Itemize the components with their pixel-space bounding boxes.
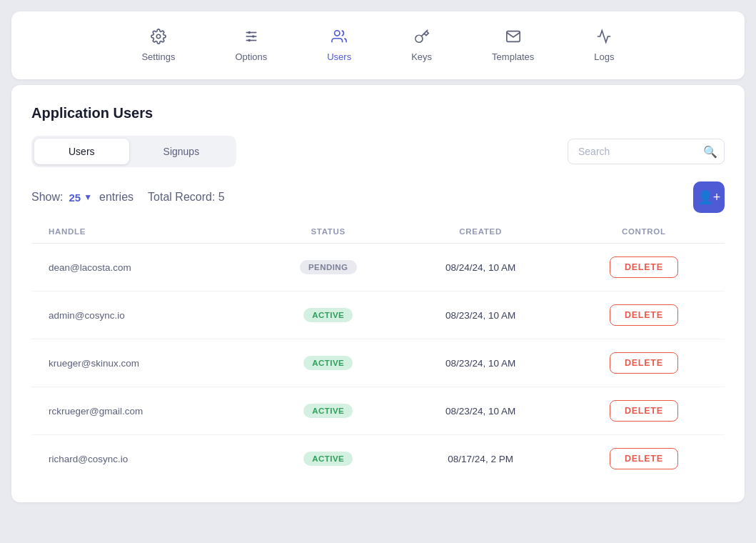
top-nav: SettingsOptionsUsersKeysTemplatesLogs <box>11 11 745 79</box>
user-created: 08/24/24, 10 AM <box>398 244 563 292</box>
user-control: DELETE <box>563 435 725 483</box>
col-header-status: STATUS <box>258 221 398 244</box>
logs-icon <box>596 29 612 47</box>
users-icon <box>331 29 347 47</box>
nav-label-keys: Keys <box>411 51 432 62</box>
table-body: dean@lacosta.comPENDING08/24/24, 10 AMDE… <box>31 244 725 483</box>
user-handle: rckrueger@gmail.com <box>31 387 258 435</box>
col-header-control: CONTROL <box>563 221 725 244</box>
user-handle: admin@cosync.io <box>31 292 258 339</box>
add-user-icon: 👤+ <box>697 189 721 205</box>
user-control: DELETE <box>563 292 725 339</box>
user-handle: richard@cosync.io <box>31 435 258 483</box>
users-table: HANDLESTATUSCREATEDCONTROL dean@lacosta.… <box>31 221 725 482</box>
user-created: 08/23/24, 10 AM <box>398 292 563 339</box>
svg-point-7 <box>335 31 340 36</box>
options-icon <box>243 29 259 47</box>
page-title: Application Users <box>31 105 725 121</box>
table-row: richard@cosync.ioACTIVE08/17/24, 2 PMDEL… <box>31 435 725 483</box>
nav-label-templates: Templates <box>492 51 534 62</box>
table-row: dean@lacosta.comPENDING08/24/24, 10 AMDE… <box>31 244 725 292</box>
nav-item-logs[interactable]: Logs <box>585 23 623 68</box>
col-header-created: CREATED <box>398 221 563 244</box>
svg-point-4 <box>248 31 251 34</box>
status-badge: ACTIVE <box>303 404 353 418</box>
user-control: DELETE <box>563 387 725 435</box>
search-input[interactable] <box>568 139 725 164</box>
search-wrapper: 🔍 <box>568 139 725 164</box>
user-status: ACTIVE <box>258 339 398 387</box>
user-status: ACTIVE <box>258 292 398 339</box>
user-created: 08/23/24, 10 AM <box>398 339 563 387</box>
user-created: 08/17/24, 2 PM <box>398 435 563 483</box>
table-header-row: HANDLESTATUSCREATEDCONTROL <box>31 221 725 244</box>
show-dropdown-chevron[interactable]: ▼ <box>84 192 92 202</box>
keys-icon <box>414 29 430 47</box>
nav-label-settings: Settings <box>141 51 175 62</box>
tabs-search-row: UsersSignups 🔍 <box>31 136 725 167</box>
nav-item-templates[interactable]: Templates <box>483 23 543 68</box>
nav-label-users: Users <box>327 51 351 62</box>
status-badge: PENDING <box>300 260 357 274</box>
user-handle: krueger@skinux.com <box>31 339 258 387</box>
tab-signups[interactable]: Signups <box>129 139 234 164</box>
show-label: Show: <box>31 191 63 204</box>
svg-point-0 <box>156 34 161 39</box>
delete-button[interactable]: DELETE <box>610 352 678 374</box>
table-header: HANDLESTATUSCREATEDCONTROL <box>31 221 725 244</box>
total-record: Total Record: 5 <box>148 191 225 204</box>
user-status: ACTIVE <box>258 435 398 483</box>
table-row: admin@cosync.ioACTIVE08/23/24, 10 AMDELE… <box>31 292 725 339</box>
status-badge: ACTIVE <box>303 452 353 466</box>
user-handle: dean@lacosta.com <box>31 244 258 292</box>
user-control: DELETE <box>563 244 725 292</box>
user-status: ACTIVE <box>258 387 398 435</box>
main-card: Application Users UsersSignups 🔍 Show: 2… <box>11 85 745 502</box>
templates-icon <box>505 29 521 47</box>
col-header-handle: HANDLE <box>31 221 258 244</box>
tabs-container: UsersSignups <box>31 136 236 167</box>
status-badge: ACTIVE <box>303 356 353 370</box>
table-row: krueger@skinux.comACTIVE08/23/24, 10 AMD… <box>31 339 725 387</box>
user-control: DELETE <box>563 339 725 387</box>
table-row: rckrueger@gmail.comACTIVE08/23/24, 10 AM… <box>31 387 725 435</box>
settings-icon <box>151 29 166 47</box>
nav-item-keys[interactable]: Keys <box>403 23 440 68</box>
svg-point-5 <box>252 35 255 38</box>
entries-label: entries <box>99 191 133 204</box>
nav-item-options[interactable]: Options <box>226 23 276 68</box>
add-user-button[interactable]: 👤+ <box>693 181 725 213</box>
show-number: 25 <box>69 191 81 204</box>
delete-button[interactable]: DELETE <box>610 304 678 326</box>
nav-item-users[interactable]: Users <box>318 23 360 68</box>
svg-point-6 <box>248 39 251 42</box>
nav-item-settings[interactable]: Settings <box>133 23 183 68</box>
nav-label-options: Options <box>235 51 267 62</box>
delete-button[interactable]: DELETE <box>610 256 678 278</box>
controls-row: Show: 25 ▼ entries Total Record: 5 👤+ <box>31 181 725 213</box>
delete-button[interactable]: DELETE <box>610 448 678 469</box>
status-badge: ACTIVE <box>303 308 353 322</box>
user-status: PENDING <box>258 244 398 292</box>
nav-label-logs: Logs <box>594 51 614 62</box>
user-created: 08/23/24, 10 AM <box>398 387 563 435</box>
delete-button[interactable]: DELETE <box>610 400 678 422</box>
tab-users[interactable]: Users <box>34 139 129 164</box>
